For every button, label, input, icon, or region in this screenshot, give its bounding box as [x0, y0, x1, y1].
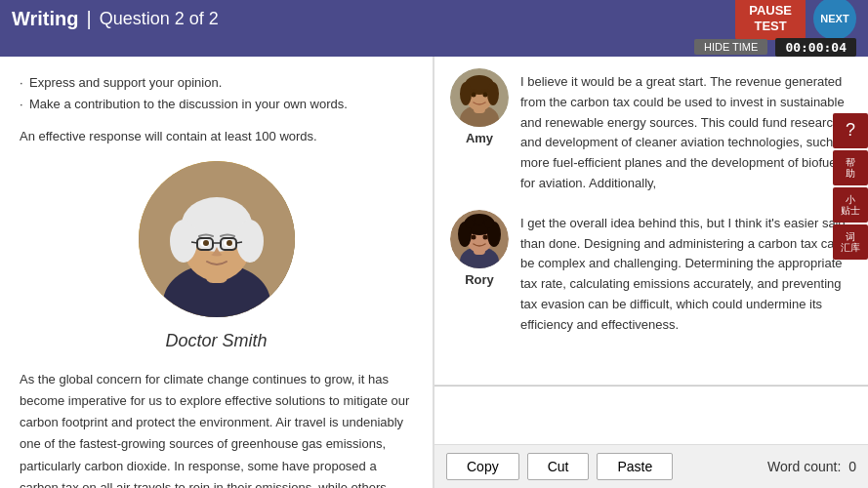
header-separator: | [87, 8, 92, 30]
svg-point-7 [236, 220, 264, 263]
passage-text: As the global concern for climate change… [20, 369, 413, 488]
next-label: NEXT [820, 13, 848, 24]
svg-point-38 [483, 234, 488, 239]
effective-response-text: An effective response will contain at le… [20, 129, 413, 143]
svg-point-26 [483, 93, 488, 98]
help-zhongwen-button[interactable]: 帮助 [833, 150, 868, 185]
svg-point-11 [227, 240, 232, 246]
svg-point-10 [203, 240, 209, 246]
cut-button[interactable]: Cut [527, 453, 590, 480]
help-tips-button[interactable]: 小贴士 [833, 187, 868, 223]
svg-point-24 [487, 82, 499, 105]
svg-line-15 [191, 242, 197, 243]
amy-name: Amy [466, 131, 493, 145]
svg-point-6 [170, 220, 197, 263]
page-title: Writing [12, 8, 79, 30]
question-indicator: Question 2 of 2 [100, 9, 219, 29]
doctor-image-container [20, 161, 413, 317]
svg-point-35 [475, 216, 484, 225]
instructions-list: Express and support your opinion. Make a… [20, 72, 413, 115]
svg-line-16 [236, 242, 242, 243]
svg-point-23 [460, 82, 472, 105]
answer-input[interactable] [434, 386, 868, 444]
help-vocab-button[interactable]: 词汇库 [833, 224, 868, 260]
help-panel: ? 帮助 小贴士 词汇库 [833, 113, 868, 260]
instruction-item: Make a contribution to the discussion in… [20, 94, 413, 115]
header-controls: PAUSETEST NEXT [735, 0, 856, 40]
main-layout: Express and support your opinion. Make a… [0, 57, 868, 488]
doctor-name: Doctor Smith [20, 331, 413, 351]
copy-button[interactable]: Copy [446, 453, 519, 480]
next-button[interactable]: NEXT [813, 0, 856, 40]
rory-avatar-col: Rory [450, 210, 509, 287]
header-top-row: Writing | Question 2 of 2 PAUSETEST NEXT [12, 0, 856, 37]
svg-point-37 [472, 234, 476, 239]
left-panel: Express and support your opinion. Make a… [0, 57, 434, 488]
svg-point-36 [484, 219, 494, 228]
doctor-avatar [139, 161, 295, 317]
rory-avatar [450, 210, 509, 268]
word-count-display: Word count: 0 [767, 459, 856, 474]
right-panel-wrapper: Amy I believe it would be a great start.… [434, 57, 868, 488]
instruction-item: Express and support your opinion. [20, 72, 413, 94]
header-bottom-row: HIDE TIME 00:00:04 [12, 37, 856, 57]
paste-button[interactable]: Paste [597, 453, 673, 480]
list-item: Amy I believe it would be a great start.… [450, 68, 852, 194]
timer-display: 00:00:04 [775, 38, 856, 57]
header-inner: Writing | Question 2 of 2 PAUSETEST NEXT… [12, 0, 856, 57]
rory-speech: I get the overall idea behind this, but … [520, 210, 852, 336]
list-item: Rory I get the overall idea behind this,… [450, 210, 852, 336]
header: Writing | Question 2 of 2 PAUSETEST NEXT… [0, 0, 868, 57]
word-count-label: Word count: [767, 459, 841, 474]
right-panel: Amy I believe it would be a great start.… [434, 57, 868, 488]
amy-avatar-col: Amy [450, 68, 509, 145]
word-count-value: 0 [848, 459, 856, 474]
svg-point-34 [465, 219, 475, 228]
discussion-area[interactable]: Amy I believe it would be a great start.… [434, 57, 868, 386]
editor-toolbar: Copy Cut Paste Word count: 0 [434, 444, 868, 488]
amy-speech: I believe it would be a great start. The… [520, 68, 852, 194]
help-question-button[interactable]: ? [833, 113, 868, 148]
hide-time-button[interactable]: HIDE TIME [694, 39, 767, 55]
rory-name: Rory [465, 272, 494, 287]
amy-avatar [450, 68, 509, 127]
pause-test-button[interactable]: PAUSETEST [735, 0, 806, 40]
svg-point-25 [472, 93, 476, 98]
